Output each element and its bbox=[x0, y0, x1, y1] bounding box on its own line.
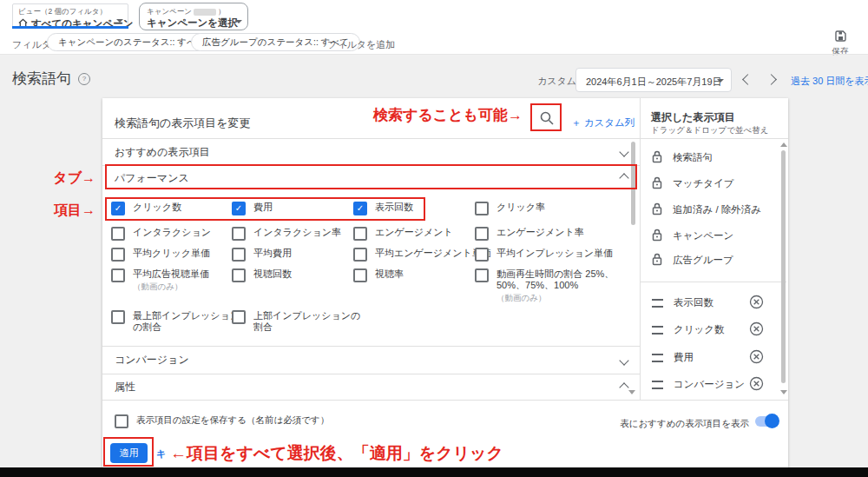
help-icon[interactable]: ? bbox=[78, 73, 90, 85]
checkbox-abs-top-impression-share[interactable] bbox=[111, 310, 125, 324]
locked-column-item: 検索語句 bbox=[652, 150, 713, 165]
remove-column-icon[interactable] bbox=[749, 349, 764, 368]
column-label: マッチタイプ bbox=[673, 177, 734, 190]
google-ads-screen: ビュー（2 個のフィルタ） すべてのキャンペーン キャンペーン ） キャンペーン… bbox=[0, 0, 868, 477]
chevron-left-icon bbox=[742, 74, 753, 85]
annotation-box-items bbox=[105, 197, 425, 221]
column-label: キャンペーン bbox=[673, 229, 733, 242]
remove-column-icon[interactable] bbox=[749, 295, 764, 313]
locked-column-item: 広告グループ bbox=[652, 253, 733, 268]
checkbox-view-rate[interactable] bbox=[353, 268, 367, 282]
panel-divider bbox=[640, 98, 641, 400]
checkbox-interactions[interactable] bbox=[111, 227, 125, 241]
column-label: 表示回数 bbox=[674, 296, 713, 309]
lock-icon bbox=[652, 176, 662, 191]
date-mode-label: カスタム bbox=[537, 75, 576, 88]
sortable-column-item[interactable]: クリック数 bbox=[652, 323, 725, 336]
sortable-column-item[interactable]: コンバージョン bbox=[652, 378, 745, 391]
checkbox-engagements[interactable] bbox=[353, 227, 367, 241]
dialog-title: 検索語句の表示項目を変更 bbox=[115, 116, 251, 131]
scroll-up-arrow-icon[interactable] bbox=[780, 142, 787, 147]
annotation-box-search bbox=[530, 103, 562, 131]
save-icon-label: 保存 bbox=[825, 46, 856, 57]
campaign-selector[interactable]: キャンペーン ） キャンペーンを選択 bbox=[139, 3, 248, 30]
checkbox-avg-engagement-cost[interactable] bbox=[353, 248, 367, 262]
home-icon bbox=[18, 16, 28, 31]
topbar-divider bbox=[0, 54, 868, 55]
active-tab-underline bbox=[12, 26, 128, 29]
search-icon[interactable] bbox=[539, 110, 555, 129]
selected-columns-title: 選択した表示項目 bbox=[651, 110, 735, 125]
custom-columns-button[interactable]: ＋ カスタム列 bbox=[571, 116, 635, 129]
checkbox-ctr[interactable] bbox=[475, 202, 489, 215]
checkbox-avg-cpc[interactable] bbox=[111, 248, 125, 262]
panel-scrollbar[interactable] bbox=[781, 150, 786, 383]
page-title: 検索語句 bbox=[12, 69, 71, 89]
drag-handle-icon[interactable] bbox=[652, 381, 663, 389]
section-conversion[interactable]: コンバージョン bbox=[102, 347, 640, 374]
recommended-columns-toggle[interactable] bbox=[755, 416, 778, 427]
drag-handle-icon[interactable] bbox=[652, 299, 663, 308]
checkbox-label: 平均広告視聴単価 bbox=[133, 268, 209, 280]
view-selector[interactable]: ビュー（2 個のフィルタ） すべてのキャンペーン bbox=[12, 3, 128, 28]
chevron-down-icon bbox=[116, 19, 123, 23]
section-attributes[interactable]: 属性 bbox=[102, 374, 640, 400]
filter-bar-label: フィルタ bbox=[12, 38, 51, 51]
checkbox-top-impression-share[interactable] bbox=[232, 310, 246, 324]
drag-handle-icon[interactable] bbox=[652, 326, 663, 335]
cancel-button[interactable]: キ bbox=[156, 447, 166, 460]
column-label: クリック数 bbox=[674, 323, 725, 336]
column-label: コンバージョン bbox=[674, 378, 745, 391]
checkbox-label: 視聴回数 bbox=[253, 268, 292, 280]
save-column-set-label: 表示項目の設定を保存する（名前は必須です） bbox=[136, 414, 329, 427]
show-last-30-days-link[interactable]: 過去 30 日間を表示 bbox=[791, 75, 868, 88]
checkbox-sublabel: （動画のみ） bbox=[133, 282, 209, 293]
checkbox-label: インタラクション bbox=[133, 227, 211, 238]
date-next-button[interactable] bbox=[765, 71, 782, 89]
chevron-right-icon bbox=[766, 74, 777, 85]
sortable-column-item[interactable]: 表示回数 bbox=[652, 296, 713, 309]
checkbox-label: 平均インプレッション単価 bbox=[496, 248, 613, 259]
add-filter-button[interactable]: フィルタを追加 bbox=[327, 38, 395, 51]
section-recommended-columns[interactable]: おすすめの表示項目 bbox=[102, 139, 640, 165]
redacted-text bbox=[194, 9, 216, 16]
remove-column-icon[interactable] bbox=[749, 321, 764, 340]
scroll-down-arrow-icon[interactable] bbox=[628, 390, 635, 394]
lock-icon bbox=[652, 150, 662, 165]
column-label: 広告グループ bbox=[673, 254, 733, 267]
checkbox-label: 平均エンゲージメント単価 bbox=[375, 248, 491, 259]
checkbox-label: 平均クリック単価 bbox=[133, 248, 210, 259]
checkbox-label: 上部インプレッションの割合 bbox=[253, 310, 370, 333]
checkbox-avg-impression-cost[interactable] bbox=[475, 248, 489, 262]
locked-column-item: 追加済み / 除外済み bbox=[652, 202, 761, 217]
checkbox-label: クリック率 bbox=[496, 202, 545, 213]
chevron-down-icon bbox=[235, 20, 242, 23]
checkbox-sublabel: （動画のみ） bbox=[496, 293, 628, 304]
annotation-box-apply bbox=[103, 437, 154, 467]
date-range-selector[interactable]: 2024年6月1日～2025年7月19日 bbox=[575, 68, 732, 92]
section-label: 属性 bbox=[115, 380, 135, 394]
drag-handle-icon[interactable] bbox=[652, 354, 663, 362]
checkbox-video-played-to[interactable] bbox=[475, 268, 489, 282]
remove-column-icon[interactable] bbox=[749, 376, 764, 394]
checkbox-label: 動画再生時間の割合 25%、50%、75%、100% bbox=[496, 268, 628, 291]
chevron-down-icon bbox=[717, 79, 724, 83]
checkbox-interaction-rate[interactable] bbox=[232, 227, 246, 241]
date-prev-button[interactable] bbox=[738, 71, 755, 89]
checkbox-avg-cpv[interactable] bbox=[111, 268, 125, 282]
checkbox-views[interactable] bbox=[232, 268, 246, 282]
checkbox-avg-cost[interactable] bbox=[232, 248, 246, 262]
checkbox-save-column-set[interactable] bbox=[115, 414, 128, 428]
lock-icon bbox=[652, 253, 662, 268]
column-settings-dialog: 検索語句の表示項目を変更 ＋ カスタム列 おすすめの表示項目 パフォーマンス ク… bbox=[102, 98, 788, 467]
date-range-value: 2024年6月1日～2025年7月19日 bbox=[586, 76, 722, 89]
scroll-down-arrow-icon[interactable] bbox=[780, 390, 787, 394]
checkbox-engagement-rate[interactable] bbox=[475, 227, 489, 241]
sortable-column-item[interactable]: 費用 bbox=[652, 351, 694, 364]
checkbox-label: エンゲージメント bbox=[375, 227, 453, 238]
save-icon bbox=[834, 30, 847, 45]
recommended-columns-toggle-label: 表におすすめの表示項目を表示 bbox=[528, 418, 749, 430]
locked-column-item: キャンペーン bbox=[652, 229, 733, 243]
annotation-apply-note: ←項目をすべて選択後、「適用」をクリック bbox=[170, 442, 503, 465]
checkbox-label: 視聴率 bbox=[375, 268, 404, 280]
